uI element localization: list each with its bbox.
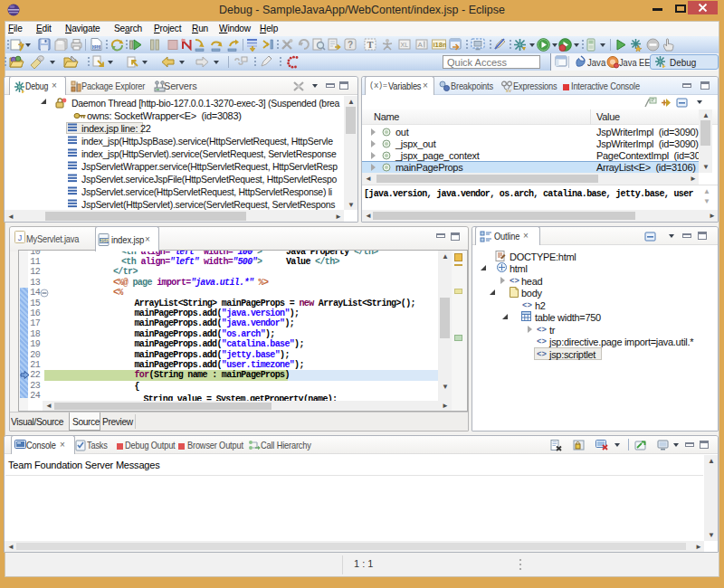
- svg-text:xy: xy: [506, 88, 511, 93]
- svg-text:<>: <>: [537, 350, 547, 358]
- svg-text:<>: <>: [522, 301, 532, 309]
- svg-text:A: A: [418, 41, 424, 49]
- svg-text:T: T: [367, 40, 374, 50]
- svg-text:<>: <>: [537, 337, 547, 346]
- svg-text:?: ?: [348, 40, 353, 50]
- svg-text:J: J: [18, 233, 23, 242]
- svg-text:XL: XL: [401, 42, 409, 48]
- svg-text:<>: <>: [537, 326, 547, 334]
- svg-text:010: 010: [92, 45, 100, 50]
- svg-text:i18n: i18n: [433, 41, 447, 49]
- svg-text:JSP: JSP: [100, 238, 110, 243]
- svg-text:<>: <>: [510, 277, 519, 285]
